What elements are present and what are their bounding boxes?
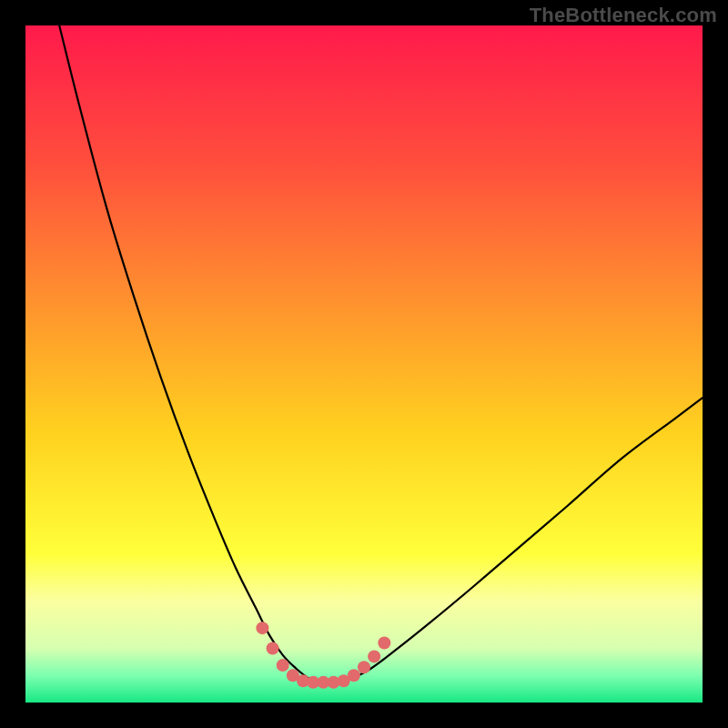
marker-dot: [256, 622, 268, 634]
marker-dot: [267, 642, 279, 654]
chart-frame: TheBottleneck.com: [0, 0, 728, 728]
marker-dot: [358, 661, 370, 673]
marker-dot: [378, 637, 390, 650]
marker-dot: [348, 669, 360, 682]
plot-area: [25, 25, 703, 703]
watermark-label: TheBottleneck.com: [530, 4, 717, 27]
gradient-background: [25, 25, 703, 703]
marker-dot: [368, 650, 380, 662]
bottleneck-chart: [25, 25, 703, 703]
marker-dot: [277, 659, 289, 672]
